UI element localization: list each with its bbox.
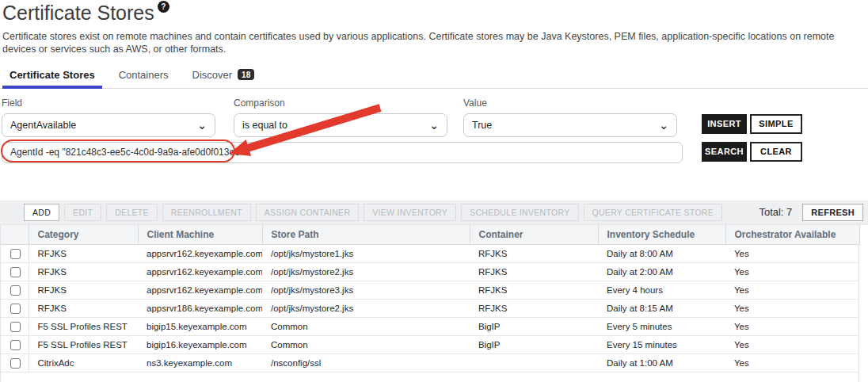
cell-store_path: /nsconfig/ssl — [262, 354, 470, 372]
column-header-inventory-schedule[interactable]: Inventory Schedule — [598, 225, 725, 245]
table-row: CitrixAdcns3.keyexample.com/nsconfig/ssl… — [1, 354, 859, 372]
cell-category: CitrixAdc — [29, 354, 138, 372]
total-count: Total: 7 — [759, 206, 792, 218]
toolbar-button-assign-container: ASSIGN CONTAINER — [256, 204, 359, 221]
search-button[interactable]: SEARCH — [702, 142, 747, 162]
cell-inventory_schedule: Every 15 minutes — [598, 336, 725, 354]
row-checkbox[interactable] — [10, 285, 21, 296]
table-row: RFJKSappsrvr162.keyexample.com/opt/jks/m… — [1, 245, 859, 263]
page-description: Certificate stores exist on remote machi… — [2, 30, 866, 56]
toolbar-button-query-certificate-store: QUERY CERTIFICATE STORE — [584, 204, 723, 221]
refresh-button[interactable]: REFRESH — [802, 204, 863, 221]
cell-client_machine: appsrvr162.keyexample.com — [138, 281, 262, 300]
table-row: F5 SSL Profiles RESTbigip16.keyexample.c… — [1, 336, 859, 354]
cell-store_path: /opt/jks/mystore3.jks — [262, 281, 470, 300]
cell-category: RFJKS — [29, 281, 138, 300]
cell-category: RFJKS — [29, 263, 138, 281]
table-row: RFJKSappsrvr186.keyexample.com/opt/jks/m… — [1, 300, 859, 318]
cell-client_machine: appsrvr162.keyexample.com — [138, 245, 262, 263]
toolbar-button-add[interactable]: ADD — [24, 204, 59, 221]
row-checkbox[interactable] — [10, 249, 21, 259]
row-checkbox[interactable] — [10, 340, 21, 350]
chevron-down-icon: ⌄ — [429, 121, 439, 129]
row-select-cell — [1, 245, 29, 263]
cell-container: BigIP — [470, 336, 598, 354]
row-select-cell — [1, 336, 29, 354]
column-header-category[interactable]: Category — [29, 225, 138, 245]
toolbar-right: Total: 7 REFRESH — [759, 204, 863, 221]
cell-client_machine: appsrvr186.keyexample.com — [138, 300, 262, 318]
table-row: RFJKSappsrvr162.keyexample.com/opt/jks/m… — [1, 281, 859, 300]
row-select-cell — [1, 300, 29, 318]
cell-orchestrator_available: Yes — [725, 354, 859, 372]
query-input[interactable] — [2, 142, 683, 163]
column-header-orchestrator-available[interactable]: Orchestrator Available — [725, 225, 859, 245]
value-dropdown[interactable]: True ⌄ — [463, 113, 677, 137]
tab-label: Certificate Stores — [10, 69, 95, 81]
cell-inventory_schedule: Daily at 1:00 AM — [598, 354, 725, 372]
cell-category: F5 SSL Profiles REST — [29, 336, 138, 354]
chevron-down-icon: ⌄ — [197, 121, 207, 129]
cell-inventory_schedule: Daily at 8:15 AM — [598, 300, 725, 318]
value-dropdown-value: True — [472, 120, 492, 131]
query-builder: Field AgentAvailable ⌄ Comparison is equ… — [0, 97, 868, 170]
row-checkbox[interactable] — [10, 358, 21, 369]
table-header-row: CategoryClient MachineStore PathContaine… — [1, 225, 859, 245]
simple-button[interactable]: SIMPLE — [750, 114, 802, 134]
row-checkbox[interactable] — [10, 322, 21, 332]
field-dropdown[interactable]: AgentAvailable ⌄ — [2, 113, 215, 137]
cell-orchestrator_available: Yes — [725, 318, 859, 336]
table-wrap: CategoryClient MachineStore PathContaine… — [0, 225, 859, 382]
tab-badge: 18 — [238, 69, 254, 80]
cell-orchestrator_available: Yes — [725, 245, 859, 263]
toolbar-button-delete: DELETE — [106, 204, 158, 221]
row-select-cell — [1, 318, 29, 336]
column-header-client-machine[interactable]: Client Machine — [138, 225, 262, 245]
cell-category: RFJKS — [29, 245, 138, 263]
tab-certificate-stores[interactable]: Certificate Stores — [2, 67, 102, 88]
cell-container: RFJKS — [470, 281, 598, 300]
cell-container: RFJKS — [470, 245, 598, 263]
table-body: RFJKSappsrvr162.keyexample.com/opt/jks/m… — [1, 245, 859, 372]
cell-client_machine: bigip16.keyexample.com — [138, 336, 262, 354]
chevron-down-icon: ⌄ — [659, 121, 668, 129]
cell-container: BigIP — [470, 318, 598, 336]
comparison-dropdown-value: is equal to — [242, 120, 287, 131]
cell-store_path: /opt/jks/mystore2.jks — [262, 263, 470, 281]
comparison-dropdown[interactable]: is equal to ⌄ — [234, 113, 447, 137]
cell-orchestrator_available: Yes — [725, 300, 859, 318]
value-group: Value — [463, 97, 677, 109]
cell-category: F5 SSL Profiles REST — [29, 318, 138, 336]
cell-orchestrator_available: Yes — [725, 263, 859, 281]
toolbar-button-edit: EDIT — [64, 204, 101, 221]
tab-discover[interactable]: Discover18 — [185, 67, 262, 88]
help-icon[interactable]: ? — [158, 1, 169, 13]
toolbar-button-schedule-inventory: SCHEDULE INVENTORY — [461, 204, 578, 221]
cell-client_machine: bigip15.keyexample.com — [138, 318, 262, 336]
certificate-stores-page: Certificate Stores? Certificate stores e… — [0, 0, 868, 382]
grid-toolbar: ADDEDITDELETEREENROLLMENTASSIGN CONTAINE… — [0, 201, 868, 225]
field-label: Field — [2, 97, 215, 109]
page-title: Certificate Stores? — [2, 2, 868, 25]
cell-store_path: /opt/jks/mystore1.jks — [262, 245, 470, 263]
row-checkbox[interactable] — [10, 267, 21, 277]
cell-client_machine: ns3.keyexample.com — [138, 354, 262, 372]
table-row: F5 SSL Profiles RESTbigip15.keyexample.c… — [1, 318, 859, 336]
clear-button[interactable]: CLEAR — [750, 142, 802, 162]
cell-container: RFJKS — [470, 263, 598, 281]
row-checkbox[interactable] — [10, 304, 21, 314]
tab-containers[interactable]: Containers — [112, 67, 176, 88]
column-header-container[interactable]: Container — [470, 225, 598, 245]
cell-category: RFJKS — [29, 300, 138, 318]
cell-inventory_schedule: Daily at 8:00 AM — [598, 245, 725, 263]
row-select-cell — [1, 281, 29, 300]
certificate-stores-grid: ADDEDITDELETEREENROLLMENTASSIGN CONTAINE… — [0, 201, 868, 382]
tab-label: Containers — [119, 69, 169, 81]
toolbar-button-view-inventory: VIEW INVENTORY — [364, 204, 456, 221]
insert-button[interactable]: INSERT — [702, 114, 747, 134]
comparison-label: Comparison — [234, 97, 447, 109]
cell-store_path: /opt/jks/mystore2.jks — [262, 300, 470, 318]
cell-store_path: Common — [262, 336, 470, 354]
cell-store_path: Common — [262, 318, 470, 336]
column-header-store-path[interactable]: Store Path — [262, 225, 470, 245]
